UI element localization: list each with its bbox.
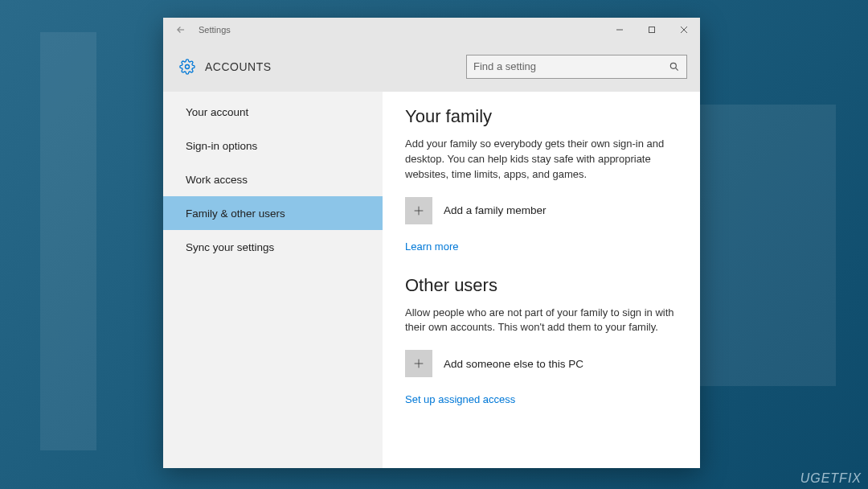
add-family-label: Add a family member	[444, 204, 547, 216]
sidebar-item-your-account[interactable]: Your account	[163, 95, 383, 129]
page-title: ACCOUNTS	[205, 60, 272, 73]
sidebar-item-sync-settings[interactable]: Sync your settings	[163, 230, 383, 264]
plus-icon	[405, 197, 432, 224]
sidebar-item-label: Your account	[186, 106, 248, 118]
svg-point-4	[186, 64, 190, 68]
desktop-accent	[699, 105, 836, 386]
add-other-user[interactable]: Add someone else to this PC	[405, 350, 681, 377]
sidebar-item-family-other-users[interactable]: Family & other users	[163, 196, 383, 230]
svg-point-5	[670, 63, 676, 68]
settings-window: Settings ACCOUNTS	[163, 18, 700, 468]
section-heading-other-users: Other users	[405, 275, 681, 296]
sidebar: Your account Sign-in options Work access…	[163, 92, 383, 468]
body: Your account Sign-in options Work access…	[163, 92, 700, 468]
svg-rect-1	[649, 27, 655, 33]
window-controls	[604, 18, 700, 42]
watermark: UGETFIX	[800, 471, 862, 486]
sidebar-item-label: Sign-in options	[186, 140, 257, 152]
svg-line-6	[675, 68, 678, 70]
plus-icon	[405, 350, 432, 377]
desktop-accent	[40, 32, 96, 450]
search-box[interactable]	[466, 55, 687, 79]
section-heading-family: Your family	[405, 106, 681, 127]
other-users-description: Allow people who are not part of your fa…	[405, 306, 678, 336]
search-input[interactable]	[473, 60, 669, 72]
sidebar-item-sign-in-options[interactable]: Sign-in options	[163, 129, 383, 162]
app-name: Settings	[199, 25, 231, 35]
sidebar-item-work-access[interactable]: Work access	[163, 162, 383, 196]
sidebar-item-label: Sync your settings	[186, 241, 274, 253]
minimize-button[interactable]	[604, 18, 636, 42]
sidebar-item-label: Work access	[186, 174, 248, 186]
search-icon	[669, 61, 680, 72]
family-description: Add your family so everybody gets their …	[405, 137, 678, 183]
add-family-member[interactable]: Add a family member	[405, 197, 681, 224]
learn-more-link[interactable]: Learn more	[405, 240, 458, 253]
header: ACCOUNTS	[163, 42, 700, 92]
sidebar-item-label: Family & other users	[186, 208, 285, 220]
assigned-access-link[interactable]: Set up assigned access	[405, 393, 515, 405]
titlebar: Settings	[163, 18, 700, 42]
content: Your family Add your family so everybody…	[383, 92, 700, 468]
maximize-button[interactable]	[636, 18, 668, 42]
gear-icon	[179, 59, 195, 75]
close-button[interactable]	[668, 18, 700, 42]
add-other-user-label: Add someone else to this PC	[444, 358, 583, 370]
back-button[interactable]	[173, 24, 189, 35]
